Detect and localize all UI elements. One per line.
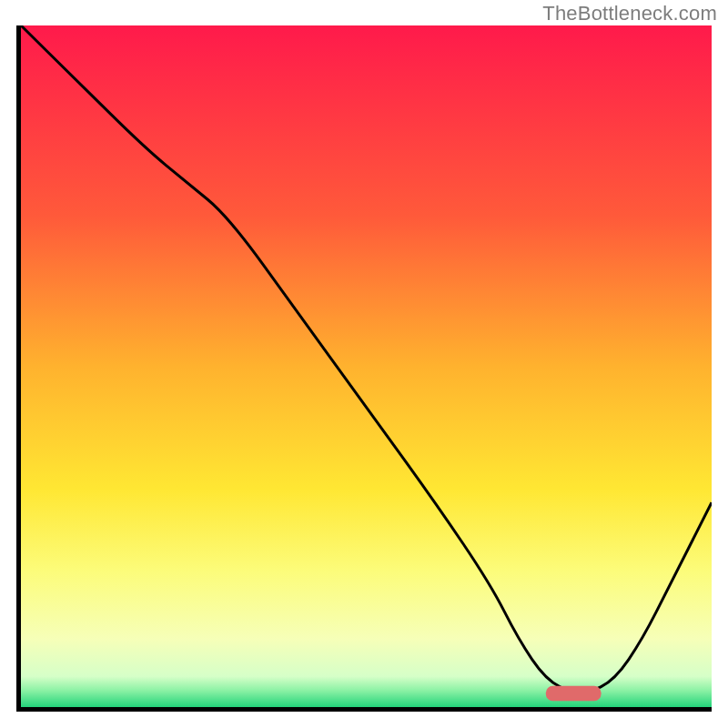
chart-svg <box>21 25 712 707</box>
watermark-text: TheBottleneck.com <box>542 2 717 25</box>
optimum-marker <box>546 686 602 701</box>
x-axis-line <box>16 707 712 712</box>
plot-area <box>21 25 712 707</box>
chart-stage: TheBottleneck.com <box>0 0 728 728</box>
plot-frame <box>16 25 712 712</box>
